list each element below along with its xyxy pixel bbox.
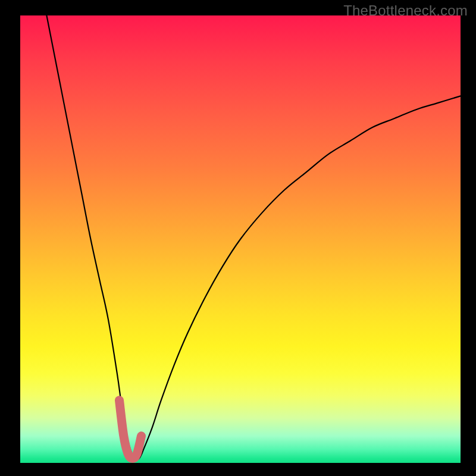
chart-frame: TheBottleneck.com [0, 0, 476, 476]
valley-highlight [120, 400, 142, 459]
bottleneck-curve [46, 15, 461, 460]
chart-svg [20, 15, 461, 463]
watermark-text: TheBottleneck.com [343, 2, 468, 19]
chart-plot-area [20, 15, 461, 463]
